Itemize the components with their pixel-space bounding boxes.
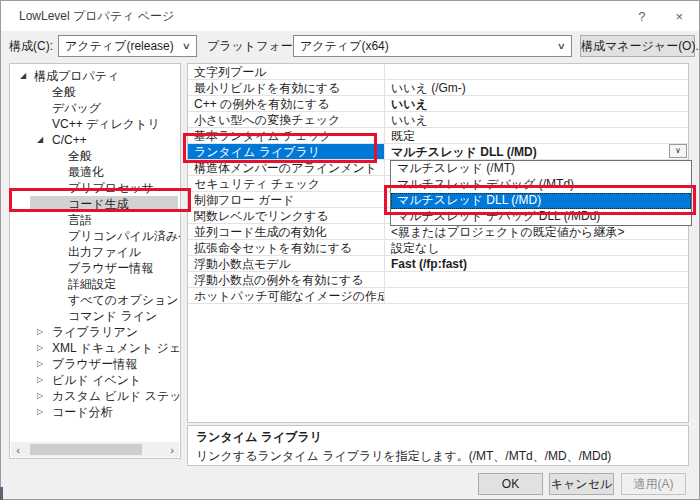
- property-name[interactable]: セキュリティ チェック: [188, 176, 385, 192]
- collapsed-arrow-icon[interactable]: ▷: [37, 372, 43, 388]
- tree-item-label: 全般: [52, 84, 76, 100]
- property-value[interactable]: いいえ (/Gm-): [385, 80, 688, 96]
- property-row: 基本ランタイム チェック既定: [188, 128, 688, 144]
- tree-item-label: 全般: [68, 148, 92, 164]
- property-row: ランタイム ライブラリマルチスレッド DLL (/MD)∨: [188, 144, 688, 160]
- tree-item[interactable]: ◢構成プロパティ: [10, 68, 180, 84]
- tree-item-label: すべてのオプション: [68, 292, 179, 308]
- property-name[interactable]: ランタイム ライブラリ: [188, 144, 385, 160]
- platform-select[interactable]: アクティブ(x64) ∨: [293, 35, 572, 57]
- dropdown-option[interactable]: マルチスレッド デバッグ (/MTd): [391, 177, 691, 193]
- property-name[interactable]: C++ の例外を有効にする: [188, 96, 385, 112]
- collapsed-arrow-icon[interactable]: ▷: [37, 404, 43, 420]
- property-value[interactable]: <親またはプロジェクトの既定値から継承>: [385, 224, 688, 240]
- tree-item[interactable]: ▷ライブラリアン: [10, 324, 180, 340]
- configuration-label: 構成(C):: [9, 35, 53, 57]
- tree-item[interactable]: ブラウザー情報: [10, 260, 180, 276]
- tree-item[interactable]: ▷ブラウザー情報: [10, 356, 180, 372]
- ok-button[interactable]: OK: [478, 473, 543, 495]
- property-name[interactable]: 小さい型への変換チェック: [188, 112, 385, 128]
- description-text: リンクするランタイム ライブラリを指定します。(/MT、/MTd、/MD、/MD…: [196, 448, 680, 465]
- tree-item[interactable]: デバッグ: [10, 100, 180, 116]
- dropdown-option[interactable]: マルチスレッド DLL (/MD): [391, 193, 691, 209]
- tree-item-label: 出力ファイル: [68, 244, 141, 260]
- property-value[interactable]: Fast (/fp:fast): [385, 256, 688, 272]
- tree-item[interactable]: 詳細設定: [10, 276, 180, 292]
- tree-item[interactable]: VC++ ディレクトリ: [10, 116, 180, 132]
- window-title: LowLevel プロパティ ページ: [19, 8, 174, 25]
- collapsed-arrow-icon[interactable]: ▷: [37, 340, 43, 356]
- scrollbar-thumb[interactable]: [30, 444, 142, 455]
- property-value[interactable]: 既定: [385, 128, 688, 144]
- tree-item[interactable]: 全般: [10, 84, 180, 100]
- property-name[interactable]: 制御フロー ガード: [188, 192, 385, 208]
- tree-item-label: ライブラリアン: [52, 324, 138, 340]
- tree-item[interactable]: 出力ファイル: [10, 244, 180, 260]
- property-name[interactable]: 浮動小数点モデル: [188, 256, 385, 272]
- tree-item-label: コード分析: [52, 404, 113, 420]
- cancel-button[interactable]: キャンセル: [549, 473, 614, 495]
- tree-item-label: コード生成: [68, 196, 129, 212]
- property-name[interactable]: 関数レベルでリンクする: [188, 208, 385, 224]
- close-button[interactable]: ×: [675, 9, 683, 24]
- collapsed-arrow-icon[interactable]: ▷: [37, 324, 43, 340]
- tree-item-label: 構成プロパティ: [34, 68, 119, 84]
- property-row: 浮動小数点の例外を有効にする: [188, 272, 688, 288]
- help-button[interactable]: ?: [638, 9, 645, 24]
- dropdown-option[interactable]: マルチスレッド デバッグ DLL (/MDd): [391, 209, 691, 225]
- property-name[interactable]: 拡張命令セットを有効にする: [188, 240, 385, 256]
- tree-item-label: ブラウザー情報: [68, 260, 153, 276]
- value-dropdown-button[interactable]: ∨: [669, 144, 687, 158]
- property-row: ホットパッチ可能なイメージの作成: [188, 288, 688, 304]
- dropdown-option[interactable]: マルチスレッド (/MT): [391, 161, 691, 177]
- property-value[interactable]: [385, 272, 688, 288]
- property-name[interactable]: 構造体メンバーのアラインメント: [188, 160, 385, 176]
- scroll-left-arrow-icon[interactable]: ‹: [11, 444, 25, 456]
- tree-item[interactable]: コマンド ライン: [10, 308, 180, 324]
- tree-item-label: ビルド イベント: [52, 372, 141, 388]
- property-value[interactable]: いいえ: [385, 112, 688, 128]
- tree-item[interactable]: 最適化: [10, 164, 180, 180]
- tree-item[interactable]: ▷XML ドキュメント ジェネレーター: [10, 340, 180, 356]
- tree-item[interactable]: すべてのオプション: [10, 292, 180, 308]
- property-name[interactable]: 浮動小数点の例外を有効にする: [188, 272, 385, 288]
- property-value[interactable]: 設定なし: [385, 240, 688, 256]
- property-value[interactable]: [385, 64, 688, 80]
- tree-item[interactable]: プリコンパイル済みヘッダー: [10, 228, 180, 244]
- tree-item-label: 最適化: [68, 164, 104, 180]
- property-name[interactable]: 文字列プール: [188, 64, 385, 80]
- tree-item[interactable]: コード生成: [10, 196, 180, 212]
- property-pages-dialog: LowLevel プロパティ ページ ? × 構成(C): アクティブ(rele…: [0, 0, 700, 500]
- property-row: 文字列プール: [188, 64, 688, 80]
- property-value[interactable]: いいえ: [385, 96, 688, 112]
- chevron-down-icon: ∨: [557, 41, 566, 51]
- tree-item[interactable]: 全般: [10, 148, 180, 164]
- tree-item-label: ブラウザー情報: [52, 356, 137, 372]
- tree-item[interactable]: ▷コード分析: [10, 404, 180, 420]
- property-name[interactable]: 最小リビルドを有効にする: [188, 80, 385, 96]
- expanded-arrow-icon[interactable]: ◢: [37, 132, 43, 148]
- tree-item[interactable]: プリプロセッサ: [10, 180, 180, 196]
- expanded-arrow-icon[interactable]: ◢: [20, 68, 26, 84]
- tree-item-label: プリプロセッサ: [68, 180, 154, 196]
- collapsed-arrow-icon[interactable]: ▷: [37, 388, 43, 404]
- configuration-select[interactable]: アクティブ(release) ∨: [58, 35, 197, 57]
- chevron-down-icon: ∨: [182, 41, 191, 51]
- property-value[interactable]: [385, 288, 688, 304]
- collapsed-arrow-icon[interactable]: ▷: [37, 356, 43, 372]
- tree-item-label: デバッグ: [52, 100, 101, 116]
- platform-value: アクティブ(x64): [300, 38, 389, 55]
- tree-item[interactable]: 言語: [10, 212, 180, 228]
- tree-item[interactable]: ▷ビルド イベント: [10, 372, 180, 388]
- tree-item-label: プリコンパイル済みヘッダー: [68, 228, 180, 244]
- property-name[interactable]: 基本ランタイム チェック: [188, 128, 385, 144]
- background-window-sliver: [0, 487, 3, 500]
- property-value[interactable]: マルチスレッド DLL (/MD)∨: [385, 144, 688, 160]
- tree-item[interactable]: ◢C/C++: [10, 132, 180, 148]
- configuration-manager-button[interactable]: 構成マネージャー(O)...: [580, 35, 695, 57]
- scroll-right-arrow-icon[interactable]: ›: [165, 444, 179, 456]
- tree-horizontal-scrollbar[interactable]: ‹ ›: [11, 442, 179, 457]
- property-name[interactable]: ホットパッチ可能なイメージの作成: [188, 288, 385, 304]
- tree-item[interactable]: ▷カスタム ビルド ステップ: [10, 388, 180, 404]
- property-name[interactable]: 並列コード生成の有効化: [188, 224, 385, 240]
